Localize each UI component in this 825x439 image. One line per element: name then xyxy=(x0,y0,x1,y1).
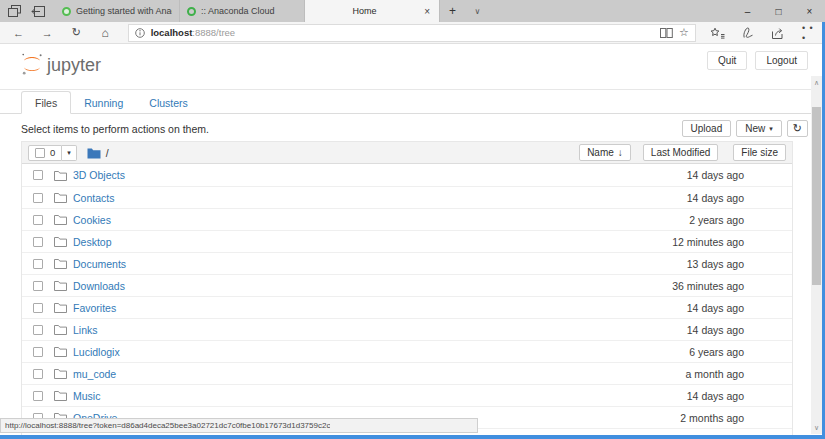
row-checkbox[interactable] xyxy=(33,237,43,247)
browser-tab-1[interactable]: Getting started with Anacor xyxy=(55,0,180,22)
row-checkbox[interactable] xyxy=(33,325,43,335)
scroll-down-icon[interactable]: ∨ xyxy=(811,421,822,434)
tab-title: Home xyxy=(312,6,417,16)
row-checkbox[interactable] xyxy=(33,347,43,357)
breadcrumb-folder-icon[interactable] xyxy=(87,147,101,159)
file-name-link[interactable]: Favorites xyxy=(73,302,116,314)
quit-button[interactable]: Quit xyxy=(707,51,747,70)
file-name-link[interactable]: Links xyxy=(73,324,98,336)
new-dropdown-button[interactable]: New ▾ xyxy=(736,120,782,137)
address-path: :8888/tree xyxy=(192,27,235,38)
folder-icon xyxy=(54,280,67,291)
file-name-link[interactable]: Downloads xyxy=(73,280,125,292)
row-checkbox[interactable] xyxy=(33,303,43,313)
new-label: New xyxy=(745,123,765,134)
forward-icon[interactable]: → xyxy=(33,27,62,39)
select-filter-dropdown[interactable]: ▾ xyxy=(62,145,77,161)
row-checkbox[interactable] xyxy=(33,281,43,291)
scrollbar-thumb[interactable] xyxy=(812,107,821,285)
jupyter-tab-nav: Files Running Clusters xyxy=(0,90,825,114)
files-toolbar: Select items to perform actions on them.… xyxy=(21,118,808,139)
refresh-icon[interactable]: ↻ xyxy=(62,26,91,39)
chevron-down-icon: ▾ xyxy=(67,149,71,157)
file-name-link[interactable]: Contacts xyxy=(73,192,114,204)
sort-name-button[interactable]: Name ↓ xyxy=(579,144,631,161)
file-name-link[interactable]: mu_code xyxy=(73,368,116,380)
browser-tab-home[interactable]: Home × xyxy=(305,0,440,22)
upload-button[interactable]: Upload xyxy=(682,120,732,137)
select-all-checkbox[interactable] xyxy=(35,148,45,158)
chevron-down-icon: ▾ xyxy=(769,125,773,133)
tab-preview-chevron-icon[interactable]: ∨ xyxy=(465,0,490,22)
close-window-button[interactable]: × xyxy=(794,0,825,22)
site-info-icon[interactable] xyxy=(135,28,145,38)
row-checkbox[interactable] xyxy=(33,215,43,225)
address-url: localhost:8888/tree xyxy=(151,27,236,38)
reading-view-icon[interactable] xyxy=(660,28,673,38)
row-checkbox[interactable] xyxy=(33,170,43,180)
folder-icon xyxy=(54,390,67,401)
table-row: Favorites 14 days ago xyxy=(22,296,792,318)
file-name-link[interactable]: Cookies xyxy=(73,214,111,226)
refresh-list-button[interactable]: ↻ xyxy=(787,120,808,137)
folder-icon xyxy=(54,170,67,181)
row-checkbox[interactable] xyxy=(33,193,43,203)
row-checkbox[interactable] xyxy=(33,369,43,379)
file-name-link[interactable]: Documents xyxy=(73,258,126,270)
select-all-button[interactable]: 0 xyxy=(28,145,62,161)
tabs-set-aside-list-icon[interactable] xyxy=(8,5,21,17)
table-row: Links 14 days ago xyxy=(22,318,792,340)
tab-clusters[interactable]: Clusters xyxy=(136,92,201,113)
home-icon[interactable]: ⌂ xyxy=(91,26,120,40)
table-row: 3D Objects 14 days ago xyxy=(22,164,792,186)
folder-icon xyxy=(54,302,67,313)
notebook-list: 0 ▾ / Name ↓ Last Modified File size 3D … xyxy=(21,141,793,436)
sort-last-modified-button[interactable]: Last Modified xyxy=(643,144,718,161)
browser-tab-bar: Getting started with Anacor :: Anaconda … xyxy=(0,0,825,22)
file-name-link[interactable]: Desktop xyxy=(73,236,112,248)
address-bar[interactable]: localhost:8888/tree ☆ xyxy=(128,24,696,42)
file-name-link[interactable]: 3D Objects xyxy=(73,169,125,181)
row-checkbox[interactable] xyxy=(33,259,43,269)
sort-descending-icon: ↓ xyxy=(618,147,623,158)
jupyter-logo[interactable]: jupyter xyxy=(21,52,101,76)
status-url-text: http://localhost:8888/tree?token=d86ad4d… xyxy=(5,421,330,430)
jupyter-header: jupyter Quit Logout xyxy=(0,44,825,90)
browser-tab-2[interactable]: :: Anaconda Cloud xyxy=(180,0,305,22)
table-row: Music 14 days ago xyxy=(22,384,792,406)
back-icon[interactable]: ← xyxy=(4,27,33,39)
tab-files[interactable]: Files xyxy=(21,91,71,114)
page-scrollbar[interactable]: ∧ ∨ xyxy=(811,76,822,434)
add-favorite-star-icon[interactable]: ☆ xyxy=(679,26,689,39)
hub-favorites-icon[interactable] xyxy=(710,27,725,39)
breadcrumb[interactable]: / xyxy=(106,147,109,159)
web-notes-pen-icon[interactable] xyxy=(742,27,754,39)
sort-file-size-button[interactable]: File size xyxy=(733,144,786,161)
close-tab-icon[interactable]: × xyxy=(422,6,432,17)
select-items-hint: Select items to perform actions on them. xyxy=(21,123,209,135)
jupyter-page: jupyter Quit Logout Files Running Cluste… xyxy=(0,44,825,436)
minimize-button[interactable]: – xyxy=(732,0,763,22)
maximize-button[interactable]: □ xyxy=(763,0,794,22)
scroll-up-icon[interactable]: ∧ xyxy=(811,76,822,89)
window-border-bottom xyxy=(0,435,825,439)
logout-button[interactable]: Logout xyxy=(755,51,808,70)
row-checkbox[interactable] xyxy=(33,391,43,401)
file-modified: 14 days ago xyxy=(687,302,786,314)
set-tabs-aside-icon[interactable] xyxy=(31,6,45,17)
share-icon[interactable] xyxy=(771,27,785,39)
folder-icon xyxy=(54,324,67,335)
tab-running[interactable]: Running xyxy=(71,92,136,113)
new-tab-button[interactable]: + xyxy=(440,0,465,22)
file-list: 3D Objects 14 days ago Contacts 14 days … xyxy=(22,164,792,436)
table-row: Cookies 2 years ago xyxy=(22,208,792,230)
address-host: localhost xyxy=(151,27,193,38)
more-options-icon[interactable]: • • • xyxy=(802,23,821,43)
list-header: 0 ▾ / Name ↓ Last Modified File size xyxy=(22,142,792,164)
file-modified: a month ago xyxy=(686,368,786,380)
file-name-link[interactable]: Music xyxy=(73,390,100,402)
status-bar: http://localhost:8888/tree?token=d86ad4d… xyxy=(0,418,478,433)
file-name-link[interactable]: Lucidlogix xyxy=(73,346,120,358)
name-column-label: Name xyxy=(587,147,614,158)
table-row: Desktop 12 minutes ago xyxy=(22,230,792,252)
